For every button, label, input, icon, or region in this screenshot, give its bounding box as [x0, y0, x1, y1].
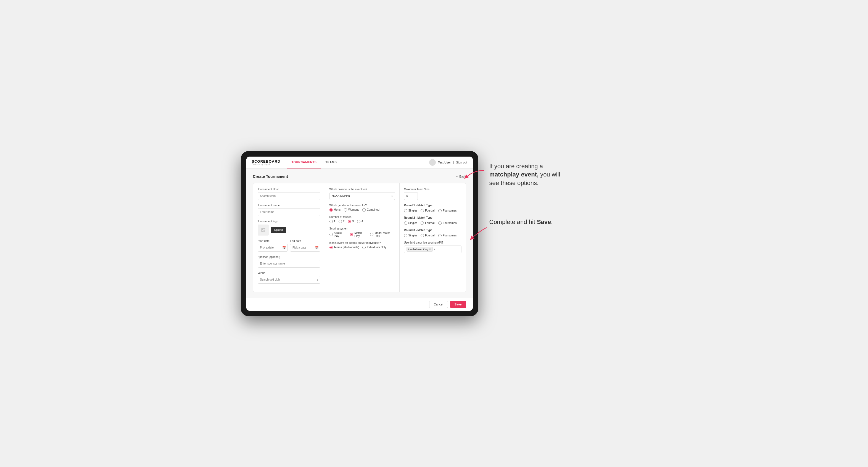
save-button[interactable]: Save — [450, 301, 466, 308]
end-date-label: End date — [290, 240, 320, 243]
tournament-name-group: Tournament name — [258, 204, 320, 216]
nav-separator: | — [453, 161, 454, 164]
rounds-1[interactable]: 1 — [330, 220, 336, 223]
upload-button[interactable]: Upload — [271, 227, 286, 233]
rounds-2-radio[interactable] — [339, 220, 342, 223]
main-content: Create Tournament ← Back Tournament Host… — [246, 169, 473, 298]
r2-foursomes-radio[interactable] — [438, 221, 442, 225]
dropdown-chevron-icon: ▾ — [434, 248, 435, 251]
rounds-3[interactable]: 3 — [348, 220, 354, 223]
scoring-medal[interactable]: Medal Match Play — [370, 231, 395, 238]
gender-mens[interactable]: Mens — [330, 208, 341, 212]
rounds-2[interactable]: 2 — [339, 220, 345, 223]
logo-title: SCOREBOARD — [252, 160, 281, 163]
tablet-screen: SCOREBOARD Powered by clippit TOURNAMENT… — [246, 157, 473, 311]
nav-tabs: TOURNAMENTS TEAMS — [287, 157, 429, 169]
r1-fourball-radio[interactable] — [421, 209, 424, 212]
tab-teams[interactable]: TEAMS — [321, 157, 341, 169]
gender-womens[interactable]: Womens — [344, 208, 359, 212]
round1-match-type: Singles Fourball Foursomes — [404, 209, 462, 212]
venue-label: Venue — [258, 272, 320, 275]
r3-fourball[interactable]: Fourball — [421, 234, 435, 237]
scoring-match-radio[interactable] — [350, 233, 353, 236]
calendar-icon: 📅 — [282, 246, 286, 249]
start-date-wrapper: 📅 — [258, 244, 288, 252]
scoring-group: Scoring system Stroke Play Match Play Me… — [330, 227, 395, 238]
r3-singles-radio[interactable] — [404, 234, 407, 237]
rounds-1-radio[interactable] — [330, 220, 333, 223]
sign-out-link[interactable]: Sign out — [456, 161, 467, 164]
tournament-logo-group: Tournament logo Upload — [258, 220, 320, 236]
round3-group: Round 3 - Match Type Singles Fourball Fo… — [404, 229, 462, 237]
r1-foursomes-radio[interactable] — [438, 209, 442, 212]
venue-group: Venue — [258, 272, 320, 284]
form-grid: Tournament Host Tournament name Tourname… — [253, 183, 466, 292]
end-date-wrapper: 📅 — [290, 244, 320, 252]
search-team-input[interactable] — [258, 192, 320, 200]
round2-match-type: Singles Fourball Foursomes — [404, 221, 462, 225]
annotation-top: If you are creating a matchplay event, y… — [489, 162, 567, 188]
sponsor-group: Sponsor (optional) — [258, 255, 320, 268]
r2-singles-radio[interactable] — [404, 221, 407, 225]
scoring-medal-radio[interactable] — [370, 233, 373, 236]
r1-singles-radio[interactable] — [404, 209, 407, 212]
rounds-4-radio[interactable] — [357, 220, 361, 223]
r2-fourball-radio[interactable] — [421, 221, 424, 225]
arrow-top-icon — [462, 168, 487, 181]
cancel-button[interactable]: Cancel — [429, 301, 448, 308]
gender-mens-radio[interactable] — [330, 208, 333, 212]
rounds-4[interactable]: 4 — [357, 220, 363, 223]
sponsor-input[interactable] — [258, 260, 320, 268]
r3-singles[interactable]: Singles — [404, 234, 417, 237]
page-header: Create Tournament ← Back — [253, 174, 466, 179]
tab-tournaments[interactable]: TOURNAMENTS — [287, 157, 321, 169]
third-party-tag: Leaderboard King × — [406, 247, 433, 252]
gender-combined[interactable]: Combined — [362, 208, 379, 212]
venue-select-wrapper — [258, 276, 320, 284]
gender-group: Which gender is the event for? Mens Wome… — [330, 204, 395, 212]
max-team-size-input[interactable] — [404, 192, 418, 200]
tablet-frame: SCOREBOARD Powered by clippit TOURNAMENT… — [241, 151, 478, 316]
max-team-size-label: Maximum Team Size — [404, 188, 462, 191]
r3-foursomes-radio[interactable] — [438, 234, 442, 237]
tag-close-icon[interactable]: × — [429, 248, 431, 251]
gender-label: Which gender is the event for? — [330, 204, 395, 207]
third-party-label: Use third-party live scoring API? — [404, 241, 462, 244]
sponsor-label: Sponsor (optional) — [258, 255, 320, 258]
round1-label: Round 1 - Match Type — [404, 204, 462, 207]
r1-foursomes[interactable]: Foursomes — [438, 209, 457, 212]
scoring-match[interactable]: Match Play — [350, 231, 367, 238]
rounds-3-radio[interactable] — [348, 220, 351, 223]
r3-fourball-radio[interactable] — [421, 234, 424, 237]
annotation-top-text: If you are creating a matchplay event, y… — [489, 162, 567, 188]
division-select[interactable]: NCAA Division I NCAA Division II NCAA Di… — [330, 192, 395, 200]
individuals-option[interactable]: Individuals Only — [362, 246, 386, 249]
gender-combined-radio[interactable] — [362, 208, 366, 212]
r2-foursomes[interactable]: Foursomes — [438, 221, 457, 225]
r1-singles[interactable]: Singles — [404, 209, 417, 212]
page-title: Create Tournament — [253, 174, 288, 179]
r2-singles[interactable]: Singles — [404, 221, 417, 225]
logo-sub: Powered by clippit — [252, 163, 281, 165]
tournament-name-input[interactable] — [258, 208, 320, 216]
r3-foursomes[interactable]: Foursomes — [438, 234, 457, 237]
name-label: Tournament name — [258, 204, 320, 207]
teams-radio[interactable] — [330, 246, 333, 249]
third-party-group: Use third-party live scoring API? Leader… — [404, 241, 462, 253]
scoring-stroke[interactable]: Stroke Play — [330, 231, 347, 238]
start-date-group: Start date 📅 — [258, 240, 288, 252]
scoring-stroke-radio[interactable] — [330, 233, 333, 236]
rounds-radio-group: 1 2 3 4 — [330, 220, 395, 223]
teams-option[interactable]: Teams (+Individuals) — [330, 246, 359, 249]
top-nav: SCOREBOARD Powered by clippit TOURNAMENT… — [246, 157, 473, 169]
third-party-input-wrapper[interactable]: Leaderboard King × ▾ — [404, 246, 462, 253]
individuals-radio[interactable] — [362, 246, 366, 249]
venue-input[interactable] — [258, 276, 320, 284]
logo-upload-area: Upload — [258, 224, 320, 236]
user-name: Test User — [438, 161, 451, 164]
nav-right: Test User | Sign out — [429, 159, 467, 166]
r1-fourball[interactable]: Fourball — [421, 209, 435, 212]
gender-womens-radio[interactable] — [344, 208, 347, 212]
r2-fourball[interactable]: Fourball — [421, 221, 435, 225]
logo-area: SCOREBOARD Powered by clippit — [252, 160, 281, 165]
